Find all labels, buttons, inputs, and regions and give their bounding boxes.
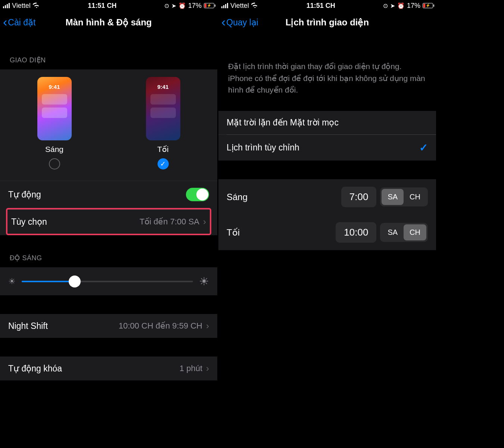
alarm-icon: ⏰ xyxy=(397,2,405,9)
dark-am-button[interactable]: SA xyxy=(382,224,404,240)
light-preview: 9:41 xyxy=(37,77,72,140)
location-icon: ➤ xyxy=(390,2,395,9)
options-value: Tối đến 7:00 SA xyxy=(140,217,199,227)
dark-preview: 9:41 xyxy=(146,77,180,140)
dark-pm-button[interactable]: CH xyxy=(404,224,426,240)
carrier-label: Viettel xyxy=(12,2,31,10)
custom-schedule-cell[interactable]: Lịch trình tùy chỉnh ✓ xyxy=(218,134,436,161)
alarm-icon: ⏰ xyxy=(178,2,186,9)
options-label: Tùy chọn xyxy=(11,217,47,227)
light-time-row: Sáng 7:00 SA CH xyxy=(218,179,436,215)
screen-display-brightness: Viettel 11:51 CH ⊙ ➤ ⏰ 17% ⚡ ‹ Cài đặt M… xyxy=(0,0,217,448)
sunset-sunrise-cell[interactable]: Mặt trời lặn đến Mặt trời mọc xyxy=(218,111,436,134)
sunset-sunrise-label: Mặt trời lặn đến Mặt trời mọc xyxy=(227,118,339,128)
nav-header: ‹ Cài đặt Màn hình & Độ sáng xyxy=(0,11,217,34)
status-bar: Viettel 11:51 CH ⊙ ➤ ⏰ 17% ⚡ xyxy=(218,0,436,11)
brightness-slider[interactable] xyxy=(22,281,193,282)
light-time-value[interactable]: 7:00 xyxy=(341,187,377,207)
light-pm-button[interactable]: CH xyxy=(404,189,426,205)
status-bar: Viettel 11:51 CH ⊙ ➤ ⏰ 17% ⚡ xyxy=(0,0,217,11)
night-shift-label: Night Shift xyxy=(8,321,48,331)
battery-pct: 17% xyxy=(188,2,202,10)
auto-lock-cell[interactable]: Tự động khóa 1 phút › xyxy=(0,357,217,380)
charging-icon: ⚡ xyxy=(423,3,433,7)
light-row-label: Sáng xyxy=(227,192,248,202)
sun-high-icon: ☀︎ xyxy=(199,275,209,288)
night-shift-value: 10:00 CH đến 9:59 CH xyxy=(119,321,202,331)
chevron-right-icon: › xyxy=(206,363,209,374)
light-ampm-segment: SA CH xyxy=(380,187,428,206)
battery-icon: ⚡ xyxy=(423,3,433,8)
dark-time-row: Tối 10:00 SA CH xyxy=(218,215,436,250)
light-radio[interactable] xyxy=(49,158,60,169)
custom-schedule-label: Lịch trình tùy chỉnh xyxy=(227,143,299,153)
charging-icon: ⚡ xyxy=(204,3,214,7)
dark-radio[interactable]: ✓ xyxy=(158,158,169,169)
light-label: Sáng xyxy=(45,145,63,154)
brightness-header: ĐỘ SÁNG xyxy=(0,235,217,267)
night-shift-cell[interactable]: Night Shift 10:00 CH đến 9:59 CH › xyxy=(0,314,217,338)
appearance-dark-option[interactable]: 9:41 Tối ✓ xyxy=(146,77,180,169)
brightness-row: ☀︎ ☀︎ xyxy=(0,267,217,295)
lock-rotation-icon: ⊙ xyxy=(383,2,388,9)
check-icon: ✓ xyxy=(419,141,428,154)
chevron-right-icon: › xyxy=(206,321,209,331)
nav-header: ‹ Quay lại Lịch trình giao diện xyxy=(218,11,436,34)
auto-lock-value: 1 phút xyxy=(180,364,202,373)
appearance-header: GIAO DIỆN xyxy=(0,34,217,69)
status-time: 11:51 CH xyxy=(259,2,383,10)
status-time: 11:51 CH xyxy=(40,2,164,10)
auto-lock-label: Tự động khóa xyxy=(8,364,62,374)
chevron-right-icon: › xyxy=(203,217,206,227)
automatic-toggle[interactable] xyxy=(186,188,209,201)
signal-icon xyxy=(3,3,10,8)
sun-low-icon: ☀︎ xyxy=(8,277,16,286)
dark-row-label: Tối xyxy=(227,227,240,238)
light-am-button[interactable]: SA xyxy=(382,189,404,205)
screen-appearance-schedule: Viettel 11:51 CH ⊙ ➤ ⏰ 17% ⚡ ‹ Quay lại … xyxy=(218,0,436,448)
battery-pct: 17% xyxy=(407,2,420,10)
battery-icon: ⚡ xyxy=(204,3,214,8)
location-icon: ➤ xyxy=(171,2,176,9)
options-highlight: Tùy chọn Tối đến 7:00 SA › xyxy=(6,208,211,235)
signal-icon xyxy=(221,3,228,8)
schedule-description: Đặt lịch trình thời gian thay đổi giao d… xyxy=(218,34,436,111)
appearance-group: 9:41 Sáng 9:41 Tối ✓ Tự động Tùy chọn xyxy=(0,69,217,235)
automatic-label: Tự động xyxy=(8,190,41,200)
options-cell[interactable]: Tùy chọn Tối đến 7:00 SA › xyxy=(7,209,210,234)
page-title: Lịch trình giao diện xyxy=(218,17,436,28)
appearance-light-option[interactable]: 9:41 Sáng xyxy=(37,77,72,169)
page-title: Màn hình & Độ sáng xyxy=(0,17,217,28)
carrier-label: Viettel xyxy=(230,2,249,10)
dark-ampm-segment: SA CH xyxy=(380,223,428,242)
lock-rotation-icon: ⊙ xyxy=(164,2,169,9)
dark-label: Tối xyxy=(157,145,169,154)
wifi-icon xyxy=(251,2,259,10)
dark-time-value[interactable]: 10:00 xyxy=(336,222,376,243)
wifi-icon xyxy=(33,2,40,10)
